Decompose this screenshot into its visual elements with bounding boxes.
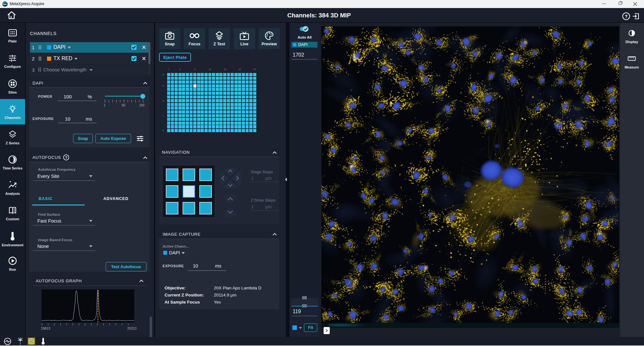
svg-text:12: 12	[209, 68, 211, 70]
svg-text:4: 4	[179, 68, 181, 70]
svg-text:1: 1	[168, 68, 169, 70]
svg-text:D: D	[163, 85, 164, 87]
svg-text:24: 24	[253, 68, 256, 70]
svg-text:?: ?	[65, 156, 67, 159]
svg-text:8: 8	[194, 68, 196, 70]
svg-text:16: 16	[224, 68, 226, 70]
svg-text:?: ?	[625, 14, 628, 19]
svg-text:L: L	[163, 114, 164, 117]
svg-text:P: P	[163, 129, 164, 132]
svg-text:MX: MX	[3, 3, 7, 5]
svg-text:H: H	[163, 99, 164, 102]
svg-text:20: 20	[239, 68, 241, 70]
svg-text:A: A	[163, 73, 164, 76]
